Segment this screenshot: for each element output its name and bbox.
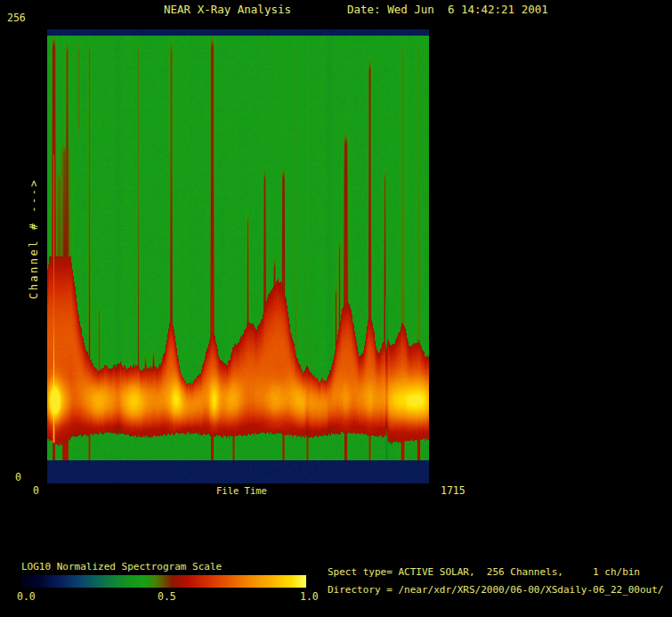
x-axis-max-label: 1715 <box>441 486 466 497</box>
date-label: Date: Wed Jun 6 14:42:21 2001 <box>347 4 548 16</box>
colorbar-gradient <box>21 575 306 588</box>
colorbar-tick-mid: 0.5 <box>158 592 176 603</box>
y-axis-max-label: 256 <box>7 13 26 24</box>
spectrogram-heatmap <box>47 29 429 483</box>
y-axis-label: Channel # ---> <box>28 178 39 299</box>
x-axis-label: File Time <box>216 486 267 496</box>
colorbar-tick-max: 1.0 <box>300 592 319 603</box>
y-axis-min-label: 0 <box>15 473 21 483</box>
near-xray-analysis-window: NEAR X-Ray Analysis Date: Wed Jun 6 14:4… <box>0 0 672 617</box>
directory-line: Directory = /near/xdr/XRS/2000/06-00/XSd… <box>328 585 664 595</box>
colorbar-title: LOG10 Normalized Spectrogram Scale <box>21 562 222 572</box>
spect-type-line: Spect type= ACTIVE SOLAR, 256 Channels, … <box>328 567 640 577</box>
colorbar-tick-min: 0.0 <box>17 592 36 603</box>
x-axis-min-label: 0 <box>33 486 39 497</box>
page-title: NEAR X-Ray Analysis <box>164 4 291 16</box>
